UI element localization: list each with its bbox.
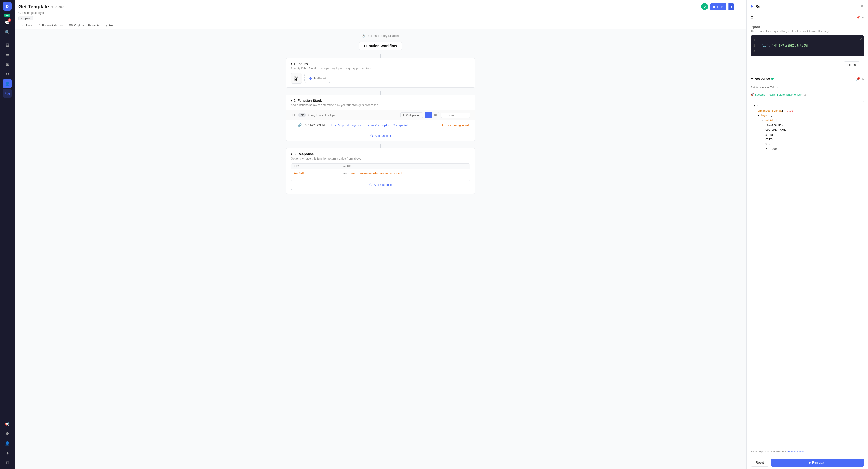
add-input-button[interactable]: ⊕ Add input: [304, 74, 330, 83]
run-title-icon: ▶: [750, 4, 753, 8]
sidebar-item-download[interactable]: ⬇: [3, 448, 12, 457]
function-stack-title: ▾ 2. Function Stack: [291, 99, 470, 103]
input-section-title: ⊡ Input: [750, 15, 763, 19]
avatar: D: [3, 2, 12, 11]
sidebar-item-layers[interactable]: ⊞: [3, 60, 12, 69]
request-history-bar: 🕐 Request History Disabled: [362, 34, 400, 38]
sidebar-item-user[interactable]: 👤: [3, 79, 12, 88]
code-line-3: 3 }: [753, 48, 861, 54]
history-icon: ↺: [6, 72, 9, 76]
stack-toolbar: Hold Shift + drag to select multiple ⊟ C…: [286, 110, 475, 120]
sidebar-item-megaphone[interactable]: 📢: [3, 420, 12, 428]
function-stack-subtitle: Add functions below to determine how you…: [291, 103, 470, 107]
person-icon: 👤: [5, 441, 10, 446]
history-nav-icon: ⏱: [38, 24, 41, 27]
help-icon: ⊕: [105, 24, 108, 27]
chat-badge: 1: [8, 19, 11, 22]
connector-line-1: [380, 54, 381, 58]
reset-button[interactable]: Reset: [750, 459, 769, 467]
hold-text: Hold: [291, 114, 297, 116]
panel-input-header: ⊡ Input 📌 ∧: [747, 12, 868, 22]
plus-icon-3: ⊕: [369, 182, 372, 187]
list-view-button[interactable]: ⊞: [432, 112, 439, 118]
sidebar-item-person[interactable]: 👤: [3, 439, 12, 447]
input-items: text id ⊕ Add input: [291, 73, 470, 83]
run-dropdown-button[interactable]: ▾: [728, 3, 734, 10]
user-icon: 👤: [5, 81, 10, 86]
collapse-input-button[interactable]: ∧: [862, 15, 864, 19]
collapse-all-button[interactable]: ⊟ Collapse All: [400, 112, 423, 118]
pin-response-button[interactable]: 📌: [856, 77, 860, 81]
panel-close-button[interactable]: ✕: [861, 3, 864, 9]
plus-icon-2: ⊕: [370, 133, 373, 138]
help-button[interactable]: ⊕ Help: [102, 22, 118, 29]
sidebar-item-table[interactable]: ☰: [3, 50, 12, 59]
sidebar-item-chat[interactable]: 💬 1: [3, 18, 12, 27]
inputs-label: Inputs: [750, 25, 864, 29]
response-meta: 2 statements in 690ms: [747, 84, 868, 91]
request-history-button[interactable]: ⏱ Request History: [35, 22, 66, 29]
run-button[interactable]: ▶ Run: [710, 3, 726, 10]
stack-return: return as docugenerate: [440, 124, 470, 127]
sidebar-item-sidebar-toggle[interactable]: ⊟: [3, 458, 12, 467]
response-arrow-icon: ↩: [750, 77, 753, 80]
code-editor[interactable]: 1 { 2 "id": "MKj0H7tsiHKIc5rlzJWf" 3 } ⤢: [750, 35, 864, 56]
format-button[interactable]: Format: [844, 62, 860, 68]
run-again-button[interactable]: ▶ Run again: [771, 459, 864, 467]
run-play-icon: ▶: [713, 5, 716, 8]
chevron-down-icon: ▾: [731, 5, 732, 8]
stack-type: API Request To: [305, 124, 325, 127]
function-icon: ƒ(x): [5, 92, 10, 95]
response-success: 🚀 Success - Result (1 statement in 0.69s…: [747, 91, 868, 98]
response-section-header: ↩ Response 📌 ∧: [747, 74, 868, 84]
copy-button[interactable]: ⧉: [804, 93, 806, 96]
layers-icon: ⊞: [6, 62, 9, 67]
grid-view-button[interactable]: ☰: [425, 112, 432, 118]
inputs-section: ▾ 1. Inputs Specify if this function acc…: [286, 58, 475, 88]
drag-text: + drag to select multiple: [308, 114, 336, 116]
sidebar-item-search[interactable]: 🔍: [3, 28, 12, 36]
response-row-1[interactable]: As Self var: var: docugenerate.response.…: [291, 169, 470, 177]
back-arrow-icon: ←: [21, 24, 24, 27]
add-response-button[interactable]: ⊕ Add response: [291, 180, 470, 190]
panel-title: ▶ Run: [750, 4, 763, 8]
stack-search-input[interactable]: [441, 112, 470, 118]
run-panel: ▶ Run ✕ ⊡ Input 📌 ∧ Inputs These are val…: [746, 0, 868, 469]
api-icon: 🔗: [298, 123, 302, 127]
code-line-2: 2 "id": "MKj0H7tsiHKIc5rlzJWf": [753, 43, 861, 48]
sidebar-item-function[interactable]: ƒ(x): [3, 89, 12, 98]
live-badge: live: [4, 13, 10, 16]
input-chip-id[interactable]: text id: [291, 73, 302, 83]
pin-button[interactable]: 📌: [856, 15, 860, 19]
collapse-icon: ⊟: [403, 113, 405, 116]
view-toggle: ☰ ⊞: [425, 112, 439, 118]
plus-icon: ⊕: [309, 76, 312, 81]
back-button[interactable]: ← Back: [19, 22, 35, 29]
code-line-1: 1 {: [753, 38, 861, 43]
table-icon: ☰: [6, 52, 9, 57]
response-section-title: ▾ 3. Response: [291, 152, 470, 156]
documentation-link[interactable]: documentation: [787, 450, 804, 453]
user-avatar: D: [701, 3, 708, 10]
inputs-desc: These are values required for your funct…: [750, 30, 864, 33]
keyboard-icon: ⌨: [68, 24, 73, 27]
panel-actions: Reset ▶ Run again: [747, 456, 868, 469]
success-indicator: [771, 77, 774, 80]
collapse-response-button[interactable]: ∧: [862, 77, 864, 81]
sidebar-item-settings-gear[interactable]: ⚙: [3, 429, 12, 438]
gear-icon: ⚙: [6, 431, 9, 436]
input-icon: ⊡: [750, 15, 753, 19]
sidebar-item-history[interactable]: ↺: [3, 69, 12, 78]
sidebar-item-dashboard[interactable]: ▦: [3, 40, 12, 49]
more-options-button[interactable]: ⋯: [736, 3, 743, 10]
top-nav: ← Back ⏱ Request History ⌨ Keyboard Shor…: [19, 21, 743, 29]
workflow-title: Function Workflow: [359, 41, 402, 50]
add-function-button[interactable]: ⊕ Add function: [286, 130, 475, 141]
download-icon: ⬇: [6, 451, 9, 456]
keyboard-shortcuts-button[interactable]: ⌨ Keyboard Shortcuts: [66, 22, 102, 29]
expand-code-button[interactable]: ⤢: [860, 37, 863, 41]
search-icon: 🔍: [5, 30, 10, 34]
stack-item-1[interactable]: 1 🔗 API Request To https://api.docugener…: [286, 120, 475, 130]
response-status: ↩ Response: [750, 77, 774, 80]
statements-count: 2 statements in 690ms: [750, 86, 778, 89]
